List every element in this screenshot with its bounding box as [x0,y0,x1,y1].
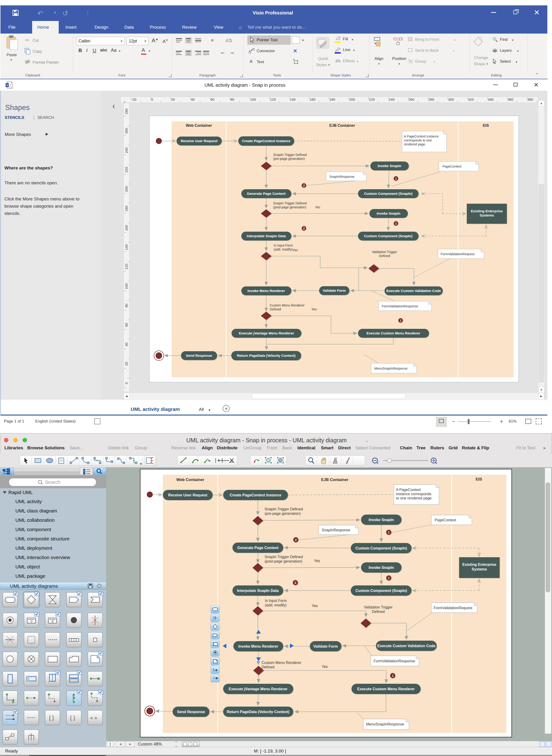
svg-text:1: 1 [400,319,402,322]
svg-text:Defined: Defined [372,610,385,614]
svg-text:Invoke SnapIn: Invoke SnapIn [377,211,400,215]
svg-text:Existing Enterprise: Existing Enterprise [471,209,503,213]
svg-text:Custom Component (SnapIn): Custom Component (SnapIn) [356,589,407,592]
svg-text:EIS: EIS [483,123,489,127]
svg-text:Systems: Systems [472,567,487,571]
svg-text:Invoke Menu Renderer: Invoke Menu Renderer [248,289,285,293]
svg-text:1: 1 [388,576,389,580]
svg-text:Generate Page Content: Generate Page Content [247,192,286,196]
svg-text:Is Input Form: Is Input Form [265,599,287,603]
svg-text:1: 1 [392,674,393,677]
svg-text:Validation Trigger: Validation Trigger [372,250,397,254]
svg-text:Interpolate SnapIn Data: Interpolate SnapIn Data [237,589,279,592]
svg-text:Return PageData (Velocity Cont: Return PageData (Velocity Context) [227,710,289,714]
svg-text:instance corresponds: instance corresponds [396,492,431,496]
svg-text:D: D [30,620,33,623]
svg-text:Validate Form: Validate Form [323,289,346,293]
svg-text:corresponds to one: corresponds to one [404,138,432,142]
svg-text:Rapid UML: Rapid UML [8,490,33,495]
svg-text:UML package: UML package [15,573,45,579]
svg-text:FormValidationResponse: FormValidationResponse [374,659,415,663]
svg-text:UML activity: UML activity [15,499,42,504]
svg-text:UML collaboration: UML collaboration [15,517,54,523]
svg-text:Receive User Request: Receive User Request [168,493,208,497]
svg-text:UML deployment: UML deployment [15,545,52,551]
svg-text:Execute Custom Menu Renderer: Execute Custom Menu Renderer [357,687,415,691]
svg-text:Yes: Yes [322,665,328,669]
svg-text:Web Container: Web Container [186,123,212,127]
svg-text:(post-page generation): (post-page generation) [273,205,306,209]
svg-text:V: V [6,83,9,87]
svg-text:B: B [52,620,53,623]
svg-text:Search: Search [45,479,60,485]
svg-text:to one rendered page.: to one rendered page. [396,496,432,500]
svg-text:...: ... [5,720,7,723]
svg-text:2: 2 [303,184,305,187]
svg-text:(pre-page generation): (pre-page generation) [265,512,301,516]
svg-text:Custom Component (SnapIn): Custom Component (SnapIn) [356,546,407,550]
svg-text:EJB Container: EJB Container [329,123,355,127]
svg-text:Execute Custom Validation Code: Execute Custom Validation Code [386,289,441,293]
svg-text:Defined: Defined [262,665,274,669]
svg-text:UML class diagram: UML class diagram [15,508,57,513]
svg-text:Send Response: Send Response [177,710,205,714]
svg-text:Custom Component (SnapIn): Custom Component (SnapIn) [364,192,412,196]
svg-text:Custom Menu Renderer: Custom Menu Renderer [262,661,301,665]
svg-text:rendered page.: rendered page. [404,142,426,146]
svg-text:2: 2 [303,227,305,230]
svg-text:Validation Trigger: Validation Trigger [364,605,393,609]
svg-text:2: 2 [295,538,296,542]
svg-text:Create PageContext Instance: Create PageContext Instance [230,493,281,497]
svg-text:A PageContext: A PageContext [396,488,421,492]
svg-text:SnapInResponse: SnapInResponse [329,175,355,179]
svg-text:1: 1 [395,222,397,225]
svg-text:Yes: Yes [315,205,320,209]
svg-text:[ ]: [ ] [49,715,54,721]
svg-text:Execute Custom Menu Renderer: Execute Custom Menu Renderer [367,331,420,335]
svg-text:2: 2 [294,581,296,584]
svg-text:Systems: Systems [479,213,494,217]
svg-text:Generate Page Content: Generate Page Content [237,546,279,550]
svg-text:SnapIn Trigger Defined: SnapIn Trigger Defined [265,507,303,511]
svg-text:Yes: Yes [314,559,320,563]
svg-text:« »: « » [90,715,97,721]
svg-text:1: 1 [395,177,397,180]
svg-text:Invoke SnapIn: Invoke SnapIn [378,164,401,168]
svg-text:Execute jVantage Menu Renderer: Execute jVantage Menu Renderer [229,687,288,691]
svg-text:Invoke SnapIn: Invoke SnapIn [369,566,394,569]
svg-text:MenuSnapInResponse: MenuSnapInResponse [374,366,408,370]
svg-text:Invoke Menu Renderer: Invoke Menu Renderer [238,644,278,648]
svg-text:Invoke SnapIn: Invoke SnapIn [369,518,394,522]
svg-text:Yes: Yes [312,604,318,608]
svg-text:Defined: Defined [270,307,281,311]
svg-text:{ }: { } [70,715,75,721]
svg-text:UML composite structure: UML composite structure [15,536,70,541]
svg-text:Execute jVantage Menu Renderer: Execute jVantage Menu Renderer [239,331,294,335]
svg-text:Web Container: Web Container [176,477,204,482]
svg-text:A PageContext instance: A PageContext instance [404,134,439,138]
svg-text:(add, modify): (add, modify) [274,247,293,251]
svg-text:Validate Form: Validate Form [313,644,338,648]
svg-text:Custom Component (SnapIn): Custom Component (SnapIn) [364,234,412,238]
svg-text:UML object: UML object [15,564,40,569]
svg-text:Execute Custom Validation Code: Execute Custom Validation Code [377,644,435,648]
svg-text:FormValidationResponse: FormValidationResponse [382,304,418,308]
svg-text:1: 1 [388,531,389,534]
svg-text:Existing Enterprise: Existing Enterprise [462,563,496,566]
svg-text:UML interaction overview: UML interaction overview [15,555,71,560]
svg-text:FormValidationRequest: FormValidationRequest [434,606,472,610]
svg-text:...: ... [91,700,94,704]
svg-text:(post-page generation): (post-page generation) [265,559,302,563]
svg-text:Return PageData (Velocity Cont: Return PageData (Velocity Context) [237,353,296,357]
svg-text:Yes: Yes [311,307,317,311]
svg-text:Interpolate SnapIn Data: Interpolate SnapIn Data [247,234,286,238]
svg-text:Custom Menu Renderer: Custom Menu Renderer [270,303,305,307]
svg-text:UML component: UML component [15,527,51,532]
svg-text:(pre-page generation): (pre-page generation) [273,157,305,160]
svg-text:EJB Container: EJB Container [321,477,349,482]
svg-text:SnapIn Trigger Defined: SnapIn Trigger Defined [273,201,307,205]
svg-text:Yes: Yes [292,248,298,252]
svg-text:Defined: Defined [379,254,390,258]
svg-text:Send Response: Send Response [186,353,212,357]
svg-text:(add, modify): (add, modify) [265,603,286,607]
